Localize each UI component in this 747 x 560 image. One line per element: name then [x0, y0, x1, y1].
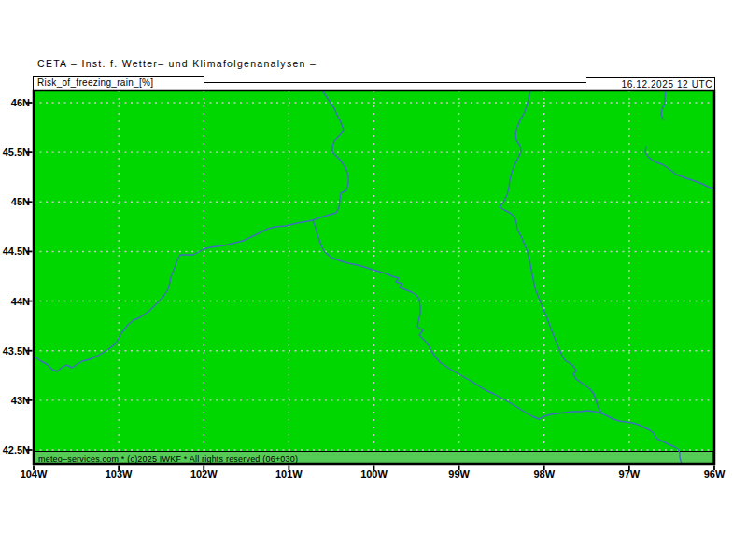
map-canvas — [0, 0, 747, 560]
copyright-text: meteo–services.com * (c)2025 IWKF * All … — [38, 454, 298, 465]
weather-map-page: { "header": { "title": "CETA – Inst. f. … — [0, 0, 747, 560]
